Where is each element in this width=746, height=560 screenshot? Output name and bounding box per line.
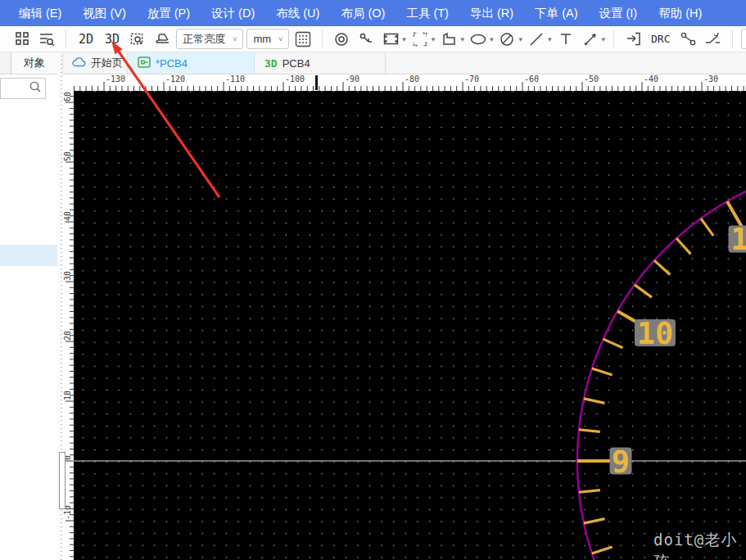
pad-tool[interactable]: ▾: [380, 29, 406, 50]
via-icon[interactable]: [331, 29, 352, 50]
cloud-icon: [72, 56, 86, 70]
chevron-down-icon: ˅: [278, 35, 283, 43]
h-ruler-label: -100: [285, 75, 305, 84]
dial-number-10[interactable]: 10: [635, 316, 676, 351]
tab-label: PCB4: [283, 57, 310, 70]
menu-item-3[interactable]: 设计 (D): [201, 0, 265, 26]
chevron-down-icon: ▾: [460, 35, 464, 43]
menu-bar: 编辑 (E)视图 (V)放置 (P)设计 (D)布线 (U)布局 (O)工具 (…: [0, 0, 746, 26]
h-ruler-label: -50: [584, 75, 599, 84]
dial-number-11[interactable]: 11: [729, 222, 746, 257]
ruler-corner: [62, 75, 74, 91]
pcb-footprint-icon: [138, 56, 151, 70]
dial-tick[interactable]: [592, 547, 613, 553]
tab-start-page[interactable]: 开始页: [62, 52, 128, 74]
dimension-icon: [580, 29, 601, 50]
pcb-canvas[interactable]: 11109 doit@老小孩: [74, 91, 746, 560]
dial-tick[interactable]: [584, 519, 604, 523]
drc-button[interactable]: DRC: [647, 33, 674, 45]
tab-label: *PCB4: [156, 57, 188, 70]
watermark: doit@老小孩: [653, 530, 746, 560]
toolbar-separator: [66, 30, 66, 48]
dial-tick[interactable]: [701, 219, 713, 236]
menu-item-2[interactable]: 放置 (P): [137, 0, 201, 26]
h-ruler-label: -130: [106, 75, 125, 84]
menu-item-5[interactable]: 布局 (O): [330, 0, 396, 26]
chevron-down-icon: ▾: [548, 35, 552, 43]
keepout-tool[interactable]: ▾: [496, 29, 522, 50]
dial-tick[interactable]: [579, 490, 600, 493]
menu-item-10[interactable]: 帮助 (H): [648, 0, 712, 26]
main-toolbar: 2D 3D 正常亮度 ˅ mm ˅: [0, 26, 746, 52]
chevron-down-icon: ▾: [602, 35, 606, 43]
horizontal-ruler: -130-120-110-100-90-80-70-60-50-40-30: [74, 75, 746, 91]
tab-3d-icon: 3D: [264, 57, 278, 70]
v-ruler-label: 50: [63, 151, 72, 161]
v-ruler-label: 30: [63, 271, 72, 281]
dial-tick[interactable]: [592, 368, 613, 375]
chevron-down-icon: ▾: [402, 35, 406, 43]
pad-icon: [380, 29, 401, 50]
cut-switch-icon[interactable]: [703, 29, 724, 50]
search-input[interactable]: [0, 78, 46, 99]
dial-tick[interactable]: [654, 260, 670, 274]
dial-tick[interactable]: [579, 430, 600, 432]
region-icon: [409, 29, 431, 50]
dial-tick[interactable]: [676, 238, 690, 254]
h-ruler-label: -40: [644, 75, 658, 84]
brightness-dropdown[interactable]: 正常亮度 ˅: [176, 29, 243, 49]
v-ruler-label: 20: [63, 331, 72, 341]
unit-dropdown[interactable]: mm ˅: [246, 29, 289, 49]
svg-text:9: 9: [612, 445, 630, 480]
region-tool[interactable]: ▾: [409, 29, 436, 50]
zoom-region-icon[interactable]: [127, 29, 148, 50]
grid-settings-icon[interactable]: [292, 29, 314, 50]
chevron-down-icon: ▾: [490, 35, 494, 43]
tab-label: 开始页: [91, 56, 123, 70]
chevron-down-icon: ˅: [233, 35, 237, 43]
h-ruler-label: -30: [703, 75, 718, 84]
menu-item-0[interactable]: 编辑 (E): [8, 0, 72, 26]
sidebar-tab-objects[interactable]: 对象: [11, 52, 57, 74]
print-icon[interactable]: [151, 29, 173, 50]
dial-tick[interactable]: [584, 399, 604, 403]
dial-arc[interactable]: [577, 161, 746, 560]
toolbar-separator: [322, 30, 323, 48]
h-ruler-label: -120: [165, 75, 185, 84]
h-ruler-label: -60: [524, 75, 539, 84]
pin-icon[interactable]: [355, 29, 377, 50]
h-ruler-label: -90: [345, 75, 359, 84]
menu-item-6[interactable]: 工具 (T): [396, 0, 459, 26]
tab-pcb4-editor[interactable]: *PCB4: [128, 52, 255, 74]
vertical-scrollbar-thumb[interactable]: [59, 452, 66, 509]
dial-tick[interactable]: [635, 285, 652, 297]
menu-item-7[interactable]: 导出 (R): [459, 0, 524, 26]
chevron-down-icon: ▾: [518, 35, 522, 43]
ellipse-tool[interactable]: ▾: [468, 29, 494, 50]
dial-tick[interactable]: [604, 339, 623, 348]
dimension-tool[interactable]: ▾: [580, 29, 606, 50]
wire-width-dropdown[interactable]: 线宽: [741, 29, 746, 49]
svg-text:10: 10: [637, 316, 674, 351]
search-icon: [29, 80, 42, 97]
dial-number-9[interactable]: 9: [610, 445, 632, 480]
menu-item-8[interactable]: 下单 (A): [524, 0, 588, 26]
view-3d-button[interactable]: 3D: [101, 32, 124, 47]
sidebar-selected-row[interactable]: [0, 245, 57, 266]
ruler-cursor-marker: [315, 75, 318, 90]
list-search-icon[interactable]: [36, 29, 57, 50]
import-icon[interactable]: [622, 29, 644, 50]
line-tool[interactable]: ▾: [526, 29, 552, 50]
h-ruler-label: -110: [225, 75, 245, 84]
net-icon[interactable]: [678, 29, 699, 50]
copper-area-tool[interactable]: ▾: [438, 29, 464, 50]
menu-item-9[interactable]: 设置 (I): [588, 0, 648, 26]
menu-item-1[interactable]: 视图 (V): [72, 0, 136, 26]
panel-layout-icon[interactable]: [11, 29, 33, 50]
menu-item-4[interactable]: 布线 (U): [265, 0, 330, 26]
h-ruler-label: -70: [464, 75, 479, 84]
view-2d-button[interactable]: 2D: [75, 32, 97, 47]
clock-dial-drawing: 11109: [74, 91, 746, 560]
tab-pcb4-3d[interactable]: 3D PCB4: [255, 52, 386, 74]
text-tool-icon[interactable]: [555, 29, 576, 50]
